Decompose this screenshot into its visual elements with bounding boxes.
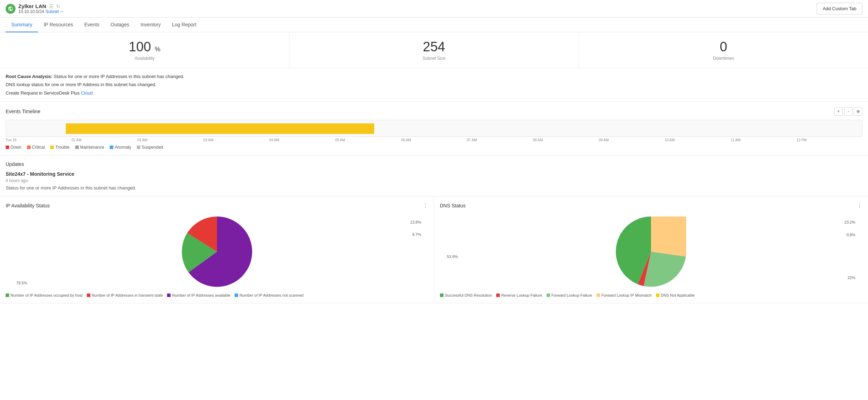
availability-label: Availability [6, 56, 283, 61]
legend-ip-not-scanned: Number of IP Addresses not scanned [235, 293, 304, 297]
tick-11am: 11 AM [730, 138, 796, 142]
ip-availability-title: IP Availability Status [6, 203, 50, 208]
zoom-in-button[interactable]: + [834, 107, 843, 116]
timeline-axis: Tue 18 01 AM 02 AM 03 AM 04 AM 05 AM 06 … [6, 137, 862, 142]
tab-ip-resources[interactable]: IP Resources [38, 18, 79, 32]
tab-events[interactable]: Events [79, 18, 105, 32]
legend-suspended: Suspended [137, 145, 163, 150]
root-cause-line3-prefix: Create Request in ServiceDesk Plus [6, 90, 81, 96]
tick-02am: 02 AM [138, 138, 203, 142]
cloud-link[interactable]: Cloud [81, 90, 93, 96]
timeline-bar-trouble [66, 123, 374, 134]
dns-status-title: DNS Status [440, 203, 466, 208]
metric-subnet-size: 254 Subnet Size [289, 32, 579, 68]
tick-03am: 03 AM [203, 138, 269, 142]
metric-availability: 100 % Availability [0, 32, 289, 68]
availability-value: 100 % [6, 39, 283, 54]
updates-section: Updates Site24x7 - Monitoring Service 4 … [0, 156, 868, 196]
zoom-out-button[interactable]: - [844, 107, 853, 116]
root-cause-analysis: Root Cause Analysis: Status for one or m… [0, 68, 868, 102]
downtimes-label: Downtimes [585, 56, 862, 61]
tick-04am: 04 AM [269, 138, 335, 142]
dns-pct-lightgreen: 22% [848, 276, 855, 280]
timeline-legend: Down Critical Trouble Maintenance Anomal… [6, 145, 862, 150]
tick-09am: 09 AM [599, 138, 665, 142]
legend-trouble: Trouble [50, 145, 69, 150]
update-item-time: 4 hours ago [6, 178, 862, 183]
subnet-size-label: Subnet Size [295, 56, 573, 61]
legend-dns-not-applicable: DNS Not Applicable [656, 293, 695, 297]
zoom-controls: + - ⊕ [834, 107, 862, 116]
tab-log-report[interactable]: Log Report [166, 18, 202, 32]
legend-dns-successful: Successful DNS Resolution [440, 293, 492, 297]
ip-availability-menu-icon[interactable]: ⋮ [423, 202, 428, 209]
legend-dns-mismatch: Forward Lookup IP Mismatch [596, 293, 652, 297]
subnet-address: 10.10.10.0/24 [18, 9, 44, 14]
dns-pct-orange: 53.9% [447, 254, 458, 259]
legend-anomaly: Anomaly [110, 145, 131, 150]
timeline-chart [6, 120, 862, 137]
pct-label-red: 6.7% [412, 232, 421, 237]
update-item: Site24x7 - Monitoring Service 4 hours ag… [6, 171, 862, 191]
network-icon [8, 6, 13, 12]
root-cause-line1: Status for one or more IP Addresses in t… [54, 74, 184, 79]
update-item-desc: Status for one or more IP Addresses in t… [6, 185, 862, 191]
refresh-icon[interactable]: ↻ [56, 4, 60, 9]
subnet-link[interactable]: Subnet [45, 9, 59, 14]
app-header: Zylker LAN ☰ ↻ 10.10.10.0/24 Subnet ✏ Ad… [0, 0, 868, 18]
dns-status-panel: DNS Status ⋮ 23.2% 0.8% 22% 53.9% [434, 196, 868, 303]
legend-dns-forward-fail: Forward Lookup Failure [547, 293, 592, 297]
events-timeline-section: Events Timeline + - ⊕ Tue 18 01 AM 02 AM… [0, 102, 868, 156]
dns-status-chart: 23.2% 0.8% 22% 53.9% [440, 213, 863, 290]
charts-row: IP Availability Status ⋮ 13.8% 6.7% 79.5… [0, 196, 868, 303]
dns-status-menu-icon[interactable]: ⋮ [857, 202, 862, 209]
legend-dns-reverse-fail: Reverse Lookup Failure [496, 293, 542, 297]
tick-05am: 05 AM [335, 138, 401, 142]
events-timeline-title: Events Timeline [6, 109, 40, 114]
subnet-size-value: 254 [295, 39, 573, 54]
updates-title: Updates [6, 161, 862, 167]
legend-ip-host: Number of IP Addresses occupied by host [6, 293, 83, 297]
root-cause-line2: DNS lookup status for one or more IP Add… [6, 82, 156, 87]
ip-availability-pie [182, 217, 252, 287]
tab-outages[interactable]: Outages [105, 18, 135, 32]
edit-icon[interactable]: ✏ [60, 9, 63, 14]
nav-tabs: Summary IP Resources Events Outages Inve… [0, 18, 868, 32]
dns-status-legend: Successful DNS Resolution Reverse Lookup… [440, 293, 863, 297]
pct-label-green: 13.8% [410, 220, 421, 224]
ip-availability-legend: Number of IP Addresses occupied by host … [6, 293, 428, 297]
update-item-title: Site24x7 - Monitoring Service [6, 171, 862, 177]
tick-07am: 07 AM [467, 138, 533, 142]
legend-ip-transient: Number of IP Addresses in transient stat… [87, 293, 163, 297]
root-cause-bold: Root Cause Analysis: [6, 74, 52, 79]
zoom-reset-button[interactable]: ⊕ [854, 107, 862, 116]
tick-01am: 01 AM [71, 138, 137, 142]
pct-label-purple: 79.5% [16, 281, 27, 285]
hamburger-icon[interactable]: ☰ [49, 4, 53, 9]
ip-availability-panel: IP Availability Status ⋮ 13.8% 6.7% 79.5… [0, 196, 434, 303]
legend-maintenance: Maintenance [75, 145, 104, 150]
tick-10am: 10 AM [665, 138, 730, 142]
app-logo [6, 4, 15, 14]
dns-pct-red: 0.8% [847, 233, 855, 237]
metrics-row: 100 % Availability 254 Subnet Size 0 Dow… [0, 32, 868, 68]
events-timeline-header: Events Timeline + - ⊕ [6, 107, 862, 116]
tick-12pm: 12 PM [797, 138, 862, 142]
ip-availability-header: IP Availability Status ⋮ [6, 202, 428, 209]
tick-tue18: Tue 18 [6, 138, 71, 142]
legend-critical: Critical [27, 145, 45, 150]
tab-inventory[interactable]: Inventory [135, 18, 166, 32]
dns-status-header: DNS Status ⋮ [440, 202, 863, 209]
dns-pct-green: 23.2% [844, 220, 855, 224]
legend-down: Down [6, 145, 21, 150]
ip-availability-chart: 13.8% 6.7% 79.5% [6, 213, 428, 290]
downtimes-value: 0 [585, 39, 862, 54]
app-title: Zylker LAN [18, 3, 46, 9]
tick-06am: 06 AM [401, 138, 467, 142]
dns-status-pie [616, 217, 686, 287]
tab-summary[interactable]: Summary [6, 18, 38, 32]
add-custom-tab-button[interactable]: Add Custom Tab [817, 3, 862, 14]
metric-downtimes: 0 Downtimes [579, 32, 868, 68]
tick-08am: 08 AM [533, 138, 599, 142]
legend-ip-available: Number of IP Addresses available [167, 293, 230, 297]
